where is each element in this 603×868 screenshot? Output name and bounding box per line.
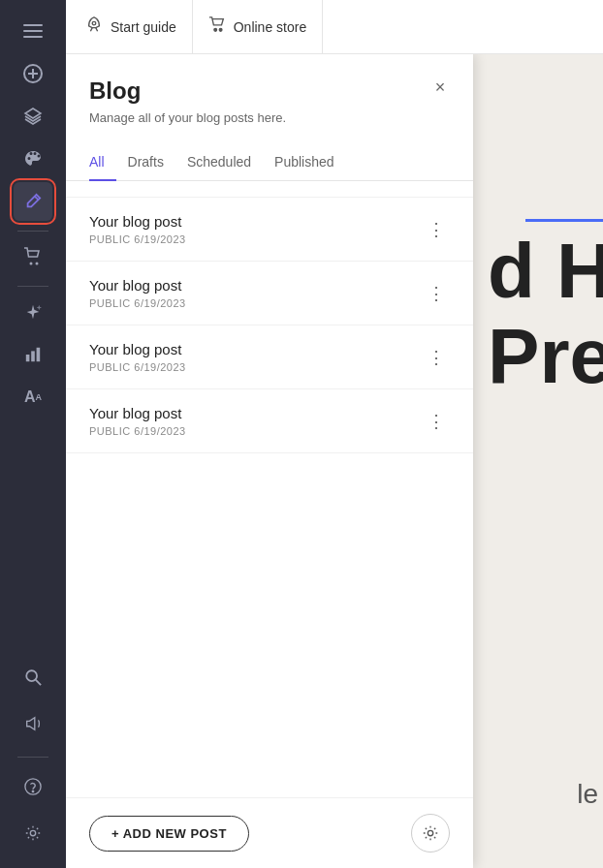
rocket-icon [85,16,103,38]
add-new-post-button[interactable]: + ADD NEW POST [89,816,249,852]
main-content: Start guide Online store d H Pre le [66,0,603,868]
gear-icon [422,824,439,842]
translate-label: A [24,388,36,406]
add-post-label: + ADD NEW POST [111,826,227,841]
sparkle-icon[interactable] [14,293,52,331]
svg-point-7 [30,263,33,265]
panel-title: Blog [89,78,450,105]
panel-tabs: All Drafts Scheduled Published [66,144,473,181]
online-store-label: Online store [234,19,306,35]
svg-rect-2 [23,36,43,38]
start-guide-label: Start guide [111,19,176,35]
tab-drafts[interactable]: Drafts [116,144,175,181]
post-meta: PUBLIC 6/19/2023 [89,425,186,437]
palette-icon[interactable] [14,140,52,178]
tab-scheduled[interactable]: Scheduled [175,144,263,181]
post-info: Your blog post PUBLIC 6/19/2023 [89,277,186,309]
svg-rect-10 [31,351,35,361]
tab-published[interactable]: Published [263,144,346,181]
svg-point-19 [219,29,222,32]
background-content: d H Pre le × Blog Manage all of your blo… [66,54,603,868]
cart-icon[interactable] [14,237,52,276]
cart-topbar-icon [208,16,226,38]
tab-all[interactable]: All [89,144,116,181]
post-info: Your blog post PUBLIC 6/19/2023 [89,213,186,245]
sidebar-divider-2 [17,286,48,287]
post-item: Your blog post PUBLIC 6/19/2023 ⋮ [66,262,473,326]
sidebar-divider-3 [17,757,48,758]
menu-icon[interactable] [14,12,52,50]
post-title: Your blog post [89,277,186,294]
svg-line-13 [36,680,41,685]
edit-icon[interactable] [14,182,52,221]
svg-point-17 [92,21,96,25]
post-info: Your blog post PUBLIC 6/19/2023 [89,341,186,373]
svg-rect-11 [37,348,41,361]
svg-rect-0 [23,24,43,26]
post-meta: PUBLIC 6/19/2023 [89,233,186,245]
bg-underline [525,219,603,222]
panel-footer: + ADD NEW POST [66,797,473,868]
post-title: Your blog post [89,341,186,357]
post-item: Your blog post PUBLIC 6/19/2023 ⋮ [66,197,473,262]
posts-list: Your blog post PUBLIC 6/19/2023 ⋮ Your b… [66,181,473,797]
chart-icon[interactable] [14,335,52,374]
post-meta: PUBLIC 6/19/2023 [89,297,186,309]
svg-point-8 [36,263,39,265]
sidebar-bottom [14,658,52,856]
post-title: Your blog post [89,405,186,421]
panel-settings-button[interactable] [411,814,450,852]
sidebar: A A [0,0,66,868]
plus-icon[interactable] [14,54,52,93]
close-button[interactable]: × [427,74,454,101]
svg-rect-9 [26,355,30,361]
post-item: Your blog post PUBLIC 6/19/2023 ⋮ [66,326,473,389]
panel-overlay: × Blog Manage all of your blog posts her… [66,54,603,868]
panel-header: × Blog Manage all of your blog posts her… [66,54,473,137]
svg-point-12 [26,670,37,681]
search-icon[interactable] [14,658,52,697]
svg-point-20 [428,830,432,835]
post-menu-button[interactable]: ⋮ [423,408,450,435]
layers-icon[interactable] [14,97,52,136]
post-meta: PUBLIC 6/19/2023 [89,361,186,373]
svg-point-16 [30,830,35,835]
start-guide-nav[interactable]: Start guide [85,0,193,53]
post-info: Your blog post PUBLIC 6/19/2023 [89,405,186,437]
help-icon[interactable] [14,767,52,806]
svg-rect-1 [23,30,43,32]
svg-point-18 [214,29,217,32]
bg-bottom-text: le [577,779,598,810]
svg-point-15 [32,790,33,791]
post-menu-button[interactable]: ⋮ [423,280,450,307]
translate-sublabel: A [36,392,43,402]
post-title: Your blog post [89,213,186,230]
sidebar-divider-1 [17,231,48,232]
blog-panel: × Blog Manage all of your blog posts her… [66,54,473,868]
megaphone-icon[interactable] [14,704,52,743]
post-menu-button[interactable]: ⋮ [423,344,450,371]
bg-text-large: d H Pre [488,229,603,399]
settings-icon[interactable] [14,814,52,852]
translate-icon[interactable]: A A [14,378,52,417]
topbar: Start guide Online store [66,0,603,54]
panel-subtitle: Manage all of your blog posts here. [89,110,450,125]
bg-line2: Pre [488,314,603,399]
online-store-nav[interactable]: Online store [193,0,323,53]
bg-line1: d H [488,229,603,314]
post-item: Your blog post PUBLIC 6/19/2023 ⋮ [66,389,473,453]
post-menu-button[interactable]: ⋮ [423,216,450,243]
